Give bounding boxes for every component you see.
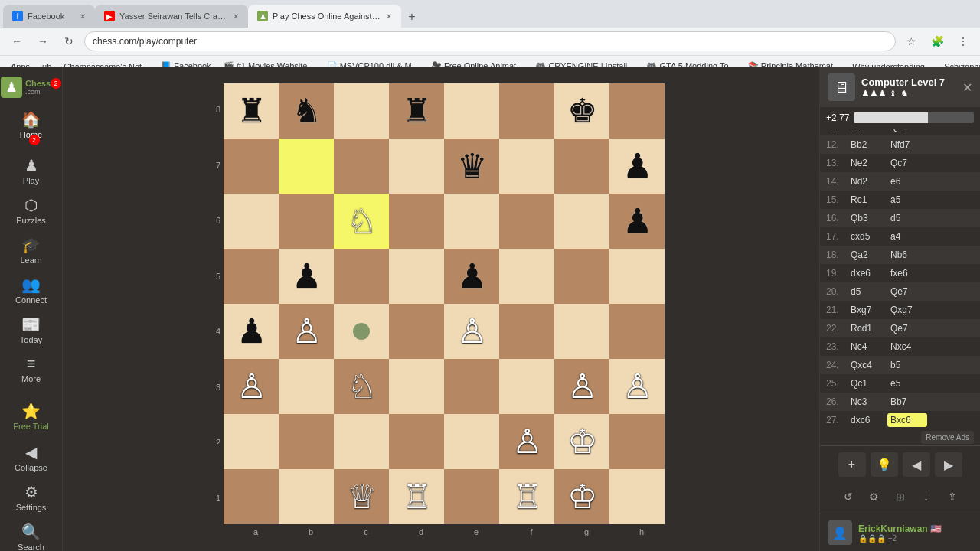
square-e8[interactable] xyxy=(444,83,499,139)
square-f1[interactable]: ♖ xyxy=(499,469,554,524)
square-e3[interactable] xyxy=(444,359,499,414)
remove-ads-button[interactable]: Remove Ads xyxy=(921,431,974,444)
move-white[interactable]: Qxc4 xyxy=(848,358,887,372)
square-d1[interactable]: ♖ xyxy=(389,469,444,524)
square-h1[interactable] xyxy=(609,469,665,524)
move-white[interactable]: Ne2 xyxy=(848,156,887,170)
square-h7[interactable]: ♟ xyxy=(609,139,665,194)
square-d7[interactable] xyxy=(389,139,444,194)
square-d8[interactable]: ♜ xyxy=(389,83,444,139)
square-a4[interactable]: ♟ xyxy=(224,304,279,359)
sidebar-item-collapse[interactable]: ◀ Collapse xyxy=(0,439,62,477)
move-black[interactable]: Bb7 xyxy=(887,395,927,409)
square-f4[interactable] xyxy=(499,304,554,359)
move-black[interactable]: Qe7 xyxy=(887,321,927,335)
move-black[interactable]: Qe7 xyxy=(887,285,927,298)
square-b5[interactable]: ♟ xyxy=(279,249,334,304)
move-black[interactable]: e5 xyxy=(887,377,927,390)
square-h6[interactable]: ♟ xyxy=(609,194,665,249)
back-button[interactable]: ← xyxy=(6,31,28,52)
move-black[interactable]: Bxc6 xyxy=(887,413,927,427)
square-f7[interactable] xyxy=(499,139,554,194)
move-white[interactable]: d5 xyxy=(848,285,887,298)
square-a6[interactable] xyxy=(224,194,279,249)
square-d3[interactable] xyxy=(389,359,444,414)
grid-button[interactable]: ⊞ xyxy=(890,486,911,507)
square-b1[interactable] xyxy=(279,469,334,524)
chess-board[interactable]: ♜♞♜♚♛♟♘♟♟♟♟♙♙♙♘♙♙♙♔♕♖♖♔ xyxy=(224,83,665,524)
sidebar-item-puzzles[interactable]: ⬡ Puzzles xyxy=(0,191,62,230)
move-white[interactable]: Nc3 xyxy=(848,395,887,409)
square-h5[interactable] xyxy=(609,249,665,304)
square-e4[interactable]: ♙ xyxy=(444,304,499,359)
menu-button[interactable]: ⋮ xyxy=(952,31,974,52)
move-white[interactable]: Bxg7 xyxy=(848,303,887,317)
square-e1[interactable] xyxy=(444,469,499,524)
sidebar-item-free-trial[interactable]: ⭐ Free Trial xyxy=(0,397,62,435)
square-g7[interactable] xyxy=(554,139,609,194)
move-white[interactable]: Qa2 xyxy=(848,248,887,262)
prev-move-button[interactable]: ◀ xyxy=(903,452,930,477)
square-b4[interactable]: ♙ xyxy=(279,304,334,359)
move-white[interactable]: Qb3 xyxy=(848,211,887,225)
square-g6[interactable] xyxy=(554,194,609,249)
move-black[interactable]: Nb6 xyxy=(887,248,927,262)
move-white[interactable]: Bb2 xyxy=(848,138,887,152)
square-g4[interactable] xyxy=(554,304,609,359)
square-e2[interactable] xyxy=(444,414,499,469)
move-white[interactable]: Nc4 xyxy=(848,340,887,354)
square-e7[interactable]: ♛ xyxy=(444,139,499,194)
tab-facebook-close[interactable]: ✕ xyxy=(80,12,86,21)
move-white[interactable]: dxe6 xyxy=(848,266,887,280)
square-b3[interactable] xyxy=(279,359,334,414)
move-black[interactable]: fxe6 xyxy=(887,266,927,280)
square-c7[interactable] xyxy=(334,139,389,194)
square-h8[interactable] xyxy=(609,83,665,139)
move-white[interactable]: cxd5 xyxy=(848,230,887,243)
square-d4[interactable] xyxy=(389,304,444,359)
address-bar[interactable]: chess.com/play/computer xyxy=(84,31,896,51)
square-f8[interactable] xyxy=(499,83,554,139)
square-d5[interactable] xyxy=(389,249,444,304)
tab-facebook[interactable]: f Facebook ✕ xyxy=(3,5,95,28)
square-a8[interactable]: ♜ xyxy=(224,83,279,139)
move-white[interactable]: Nd2 xyxy=(848,174,887,188)
sidebar-item-search[interactable]: 🔍 Search xyxy=(0,518,62,551)
square-g3[interactable]: ♙ xyxy=(554,359,609,414)
square-c4[interactable] xyxy=(334,304,389,359)
move-black[interactable]: Qxg7 xyxy=(887,303,927,317)
flip-board-button[interactable]: ↺ xyxy=(838,486,859,507)
move-black[interactable]: a4 xyxy=(887,230,927,243)
move-white[interactable]: Rc1 xyxy=(848,193,887,207)
sidebar-item-more[interactable]: ≡ More xyxy=(0,350,62,388)
square-f5[interactable] xyxy=(499,249,554,304)
square-b7[interactable] xyxy=(279,139,334,194)
square-a5[interactable] xyxy=(224,249,279,304)
next-move-button[interactable]: ▶ xyxy=(935,452,962,477)
square-e5[interactable]: ♟ xyxy=(444,249,499,304)
sidebar-item-today[interactable]: 📰 Today xyxy=(0,311,62,349)
square-a1[interactable] xyxy=(224,469,279,524)
square-c8[interactable] xyxy=(334,83,389,139)
move-black[interactable]: Nfd7 xyxy=(887,138,927,152)
square-c6[interactable]: ♘ xyxy=(334,194,389,249)
move-white[interactable]: dxc6 xyxy=(848,413,887,427)
square-a3[interactable]: ♙ xyxy=(224,359,279,414)
bookmark-button[interactable]: ☆ xyxy=(900,31,922,52)
sidebar-item-play[interactable]: ♟ Play xyxy=(0,152,62,190)
square-h4[interactable] xyxy=(609,304,665,359)
close-panel-button[interactable]: ✕ xyxy=(962,80,972,95)
square-a2[interactable] xyxy=(224,414,279,469)
square-a7[interactable] xyxy=(224,139,279,194)
add-control-button[interactable]: + xyxy=(838,452,866,477)
gear-button[interactable]: ⚙ xyxy=(864,486,885,507)
sidebar-item-home[interactable]: 🏠 Home 2 xyxy=(0,106,62,150)
square-c2[interactable] xyxy=(334,414,389,469)
sidebar-item-learn[interactable]: 🎓 Learn xyxy=(0,231,62,269)
square-e6[interactable] xyxy=(444,194,499,249)
move-black[interactable]: Qc7 xyxy=(887,156,927,170)
square-c3[interactable]: ♘ xyxy=(334,359,389,414)
square-c5[interactable] xyxy=(334,249,389,304)
square-f2[interactable]: ♙ xyxy=(499,414,554,469)
square-c1[interactable]: ♕ xyxy=(334,469,389,524)
